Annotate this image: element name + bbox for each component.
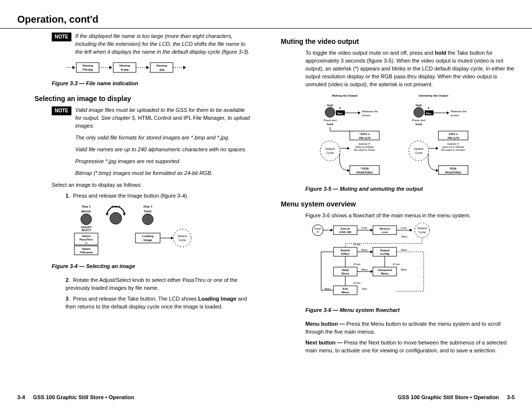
svg-text:10 sec.: 10 sec. bbox=[353, 281, 361, 284]
svg-text:10 sec.: 10 sec. bbox=[353, 263, 361, 266]
svg-text:Menu: Menu bbox=[381, 272, 389, 275]
svg-text:Unmuting the Output: Unmuting the Output bbox=[419, 94, 448, 97]
figure-3-4: Step 1 Step 2 Step 3 IMAGE ADJUST/ SELEC… bbox=[71, 204, 251, 258]
svg-text:Viewing: Viewing bbox=[119, 64, 131, 67]
heading-muting: Muting the video output bbox=[281, 36, 515, 46]
svg-text:* RGB: * RGB bbox=[360, 167, 369, 170]
svg-text:Step 3: Step 3 bbox=[143, 205, 153, 208]
svg-text:Default: Default bbox=[325, 147, 334, 150]
note-valid-images: NOTE Valid image files must be uploaded … bbox=[52, 106, 251, 177]
footer-text-left: GSS 100 Graphic Still Store • Operation bbox=[33, 394, 134, 400]
svg-text:Select: Select bbox=[82, 247, 91, 250]
svg-text:Release the: Release the bbox=[451, 110, 467, 113]
note-label: NOTE bbox=[52, 106, 71, 115]
svg-text:Menu: Menu bbox=[401, 268, 407, 271]
select-steps-cont: 2. Rotate the Adjust/Select knob to sele… bbox=[52, 276, 251, 311]
svg-text:SELECT: SELECT bbox=[81, 229, 91, 232]
page-title: Operation, cont'd bbox=[0, 0, 532, 29]
figure-3-6-caption: Figure 3-6 — Menu system flowchart bbox=[305, 307, 515, 314]
figure-3-5-caption: Figure 3-5 — Muting and unmuting the out… bbox=[305, 185, 515, 193]
svg-text:*1024 x: *1024 x bbox=[360, 133, 370, 136]
svg-text:hold: hold bbox=[416, 123, 422, 126]
svg-text:GSS  100: GSS 100 bbox=[339, 231, 352, 234]
page-footer: 3-4 GSS 100 Graphic Still Store • Operat… bbox=[0, 394, 532, 411]
svg-text:Sec.: Sec. bbox=[426, 112, 432, 115]
svg-text:Slide: Slide bbox=[342, 269, 349, 272]
content-columns: NOTE If the displayed file name is too l… bbox=[0, 29, 532, 394]
svg-text:the output is muted.: the output is muted. bbox=[354, 148, 375, 151]
svg-text:3 sec.: 3 sec. bbox=[400, 226, 407, 229]
svg-text:le.jpg: le.jpg bbox=[121, 68, 129, 71]
step-2: 2. Rotate the Adjust/Select knob to sele… bbox=[66, 276, 251, 292]
note-filename: NOTE If the displayed file name is too l… bbox=[52, 33, 251, 56]
svg-text:Menu: Menu bbox=[362, 268, 368, 271]
right-column: Muting the video output To toggle the vi… bbox=[268, 33, 515, 394]
svg-text:Default: Default bbox=[417, 227, 427, 230]
svg-text:Sec.: Sec. bbox=[337, 112, 344, 115]
svg-text:Exit: Exit bbox=[342, 287, 348, 290]
figure-3-4-caption: Figure 3-4 — Selecting an image bbox=[52, 263, 251, 271]
svg-point-35 bbox=[325, 107, 335, 117]
svg-point-67 bbox=[409, 141, 429, 161]
svg-text:TAKE: TAKE bbox=[415, 104, 422, 107]
svg-text:.jpg: .jpg bbox=[159, 68, 165, 71]
svg-text:3: 3 bbox=[428, 106, 430, 109]
svg-text:PassThru: PassThru bbox=[79, 238, 93, 241]
menu-button-desc: Menu button — Press the Menu button to a… bbox=[305, 320, 515, 336]
menu-overview-para: Figure 3-6 shows a flowchart of the main… bbox=[305, 212, 515, 220]
svg-text:PASSTHRU: PASSTHRU bbox=[445, 171, 462, 174]
select-steps: 1. Press and release the Image button (f… bbox=[52, 192, 251, 200]
svg-text:IMAGE: IMAGE bbox=[81, 210, 91, 213]
page-number-right: 3-5 bbox=[507, 394, 515, 400]
svg-text:the output is unmuted.: the output is unmuted. bbox=[441, 148, 465, 151]
svg-text:Menu: Menu bbox=[401, 235, 408, 238]
svg-point-87 bbox=[415, 223, 430, 238]
svg-text:Release the: Release the bbox=[362, 110, 378, 113]
svg-text:10 sec.: 10 sec. bbox=[393, 263, 400, 266]
svg-text:Menu: Menu bbox=[325, 287, 331, 290]
svg-text:Effect: Effect bbox=[341, 252, 350, 255]
svg-text:3: 3 bbox=[339, 106, 341, 109]
svg-text:Config: Config bbox=[380, 252, 390, 255]
svg-text:n.nn: n.nn bbox=[382, 231, 388, 234]
svg-text:on: on bbox=[316, 230, 319, 233]
figure-3-5: Muting the Output Unmuting the Output TA… bbox=[305, 92, 515, 180]
svg-text:Cycle: Cycle bbox=[415, 151, 423, 154]
svg-text:Filename: Filename bbox=[80, 251, 93, 254]
figure-3-6: Poweron ExtronGSS 100 3 sec. Version n.n… bbox=[308, 223, 515, 302]
footer-text-right: GSS 100 Graphic Still Store • Operation bbox=[398, 394, 499, 400]
svg-point-13 bbox=[81, 214, 92, 225]
svg-text:Cycle: Cycle bbox=[326, 151, 334, 154]
svg-text:3 sec.: 3 sec. bbox=[361, 226, 367, 229]
svg-text:Menu: Menu bbox=[401, 248, 407, 251]
select-intro: Select an image to display as follows: bbox=[52, 181, 251, 189]
svg-text:Version: Version bbox=[379, 227, 390, 230]
next-button-desc: Next button — Press the Next button to m… bbox=[305, 339, 515, 355]
svg-text:768  @72: 768 @72 bbox=[359, 137, 371, 139]
svg-text:Default: Default bbox=[177, 235, 187, 238]
svg-text:Extron: Extron bbox=[340, 227, 350, 230]
svg-text:Show: Show bbox=[341, 272, 349, 275]
mute-paragraph: To toggle the video output mute on and o… bbox=[305, 49, 515, 89]
svg-point-64 bbox=[320, 141, 340, 161]
svg-text:Menu: Menu bbox=[341, 291, 349, 294]
svg-text:PASSTHRU: PASSTHRU bbox=[357, 171, 373, 174]
svg-text:Image: Image bbox=[143, 239, 152, 241]
step-3: 3. Press and release the Take button. Th… bbox=[66, 295, 251, 311]
svg-text:Cycle: Cycle bbox=[418, 231, 426, 234]
svg-text:Viewing: Viewing bbox=[82, 64, 94, 67]
svg-text:Output: Output bbox=[380, 249, 390, 252]
svg-text:button.: button. bbox=[451, 114, 460, 117]
svg-text:Muting the Output: Muting the Output bbox=[332, 94, 358, 97]
svg-text:button.: button. bbox=[362, 114, 371, 117]
svg-text:Loading: Loading bbox=[142, 235, 154, 238]
note-text: If the displayed file name is too large … bbox=[75, 33, 251, 56]
svg-text:Menu: Menu bbox=[362, 248, 368, 251]
svg-text:Cycle: Cycle bbox=[178, 239, 186, 241]
heading-selecting: Selecting an image to display bbox=[34, 94, 251, 103]
svg-text:Press and: Press and bbox=[412, 119, 425, 122]
svg-text:Next: Next bbox=[362, 287, 367, 290]
page-number-left: 3-4 bbox=[17, 394, 25, 400]
note-text: Valid image files must be uploaded to th… bbox=[75, 106, 251, 177]
svg-text:TAKE: TAKE bbox=[327, 104, 333, 107]
